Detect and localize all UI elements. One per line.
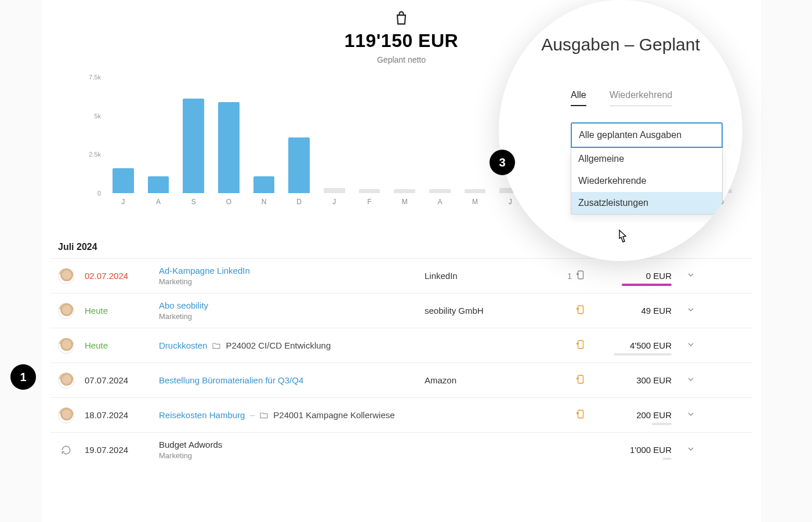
row-date: Heute [85,340,148,350]
expand-button[interactable] [682,270,699,282]
filter-option[interactable]: Wiederkehrende [571,170,722,192]
attachment-count: 1 [567,271,572,281]
expense-row[interactable]: HeuteDruckkostenP24002 CI/CD Entwicklung… [50,328,753,362]
row-title-cell: Budget AdwordsMarketing [159,440,414,460]
expense-list: 02.07.2024Ad-Kampagne LinkedInMarketingL… [50,258,753,467]
filter-popover: Ausgaben – Geplant Alle Wiederkehrend Al… [499,0,742,261]
row-title-cell: Bestellung Büromaterialien für Q3/Q4 [159,375,414,385]
project-name: P24001 Kampagne Kollerwiese [273,410,394,420]
expense-row[interactable]: HeuteAbo seobilityMarketingseobility Gmb… [50,293,753,328]
row-amount: 0 EUR [596,271,672,281]
chart-bar[interactable] [429,189,451,193]
document-icon [575,339,586,351]
expense-row[interactable]: 18.07.2024Reisekosten Hamburg–P24001 Kam… [50,397,753,432]
row-date: 18.07.2024 [85,410,148,420]
chart-bar[interactable] [113,168,134,193]
svg-rect-2 [578,340,583,349]
row-amount: 49 EUR [596,306,672,316]
attachment-indicator[interactable] [551,374,586,386]
expand-button[interactable] [682,444,699,456]
callout-badge-1: 1 [10,364,36,390]
y-axis-tick: 0 [72,190,101,197]
document-icon [575,270,586,282]
row-vendor: seobility GmbH [425,306,541,316]
document-icon [575,374,586,386]
x-axis-label: J [324,198,345,206]
row-title-cell: DruckkostenP24002 CI/CD Entwicklung [159,340,414,350]
tab-recurring[interactable]: Wiederkehrend [610,90,673,106]
document-icon [575,304,586,317]
row-amount: 200 EUR [596,410,672,420]
row-title-link[interactable]: Druckkosten [159,340,207,350]
svg-rect-1 [578,306,583,314]
chart-bar[interactable] [288,137,310,193]
folder-icon [212,341,221,350]
row-title-link[interactable]: Abo seobility [159,300,208,310]
x-axis-label: N [253,198,275,206]
chart-bar[interactable] [218,102,240,193]
tab-all[interactable]: Alle [571,90,586,106]
popover-tabs: Alle Wiederkehrend [563,84,731,106]
y-axis-tick: 5k [72,113,101,119]
filter-select[interactable]: Alle geplanten Ausgaben [571,122,723,148]
row-title-cell: Reisekosten Hamburg–P24001 Kampagne Koll… [159,410,414,420]
y-axis-tick: 7.5k [72,74,101,81]
row-vendor: Amazon [425,375,541,385]
chart-bar[interactable] [465,189,486,193]
expand-button[interactable] [682,409,699,421]
expand-button[interactable] [682,340,699,351]
avatar [58,407,74,423]
chart-bar[interactable] [183,99,204,193]
avatar [58,338,74,354]
popover-title: Ausgaben – Geplant [499,35,742,55]
chart-bar[interactable] [359,189,380,193]
chart-bar[interactable] [394,189,415,193]
x-axis-label: M [394,198,415,206]
svg-rect-4 [578,410,583,418]
project-name: P24002 CI/CD Entwicklung [226,340,331,350]
amount-sparkbar [614,353,672,356]
expense-row[interactable]: 07.07.2024Bestellung Büromaterialien für… [50,362,753,397]
amount-sparkbar [652,423,672,425]
expand-button[interactable] [682,305,699,317]
filter-dropdown: Allgemeine Wiederkehrende Zusatzleistung… [571,148,723,215]
svg-rect-0 [578,271,583,279]
expense-row[interactable]: 19.07.2024Budget AdwordsMarketing1'000 E… [50,432,753,467]
row-amount: 1'000 EUR [596,445,672,455]
row-amount: 4'500 EUR [596,340,672,350]
document-icon [575,409,586,421]
x-axis-label: F [359,198,380,206]
expense-row[interactable]: 02.07.2024Ad-Kampagne LinkedInMarketingL… [50,258,753,293]
chart-bar[interactable] [253,176,275,193]
filter-option[interactable]: Zusatzleistungen [571,192,722,214]
chart-bar[interactable] [148,176,169,193]
row-title-link[interactable]: Reisekosten Hamburg [159,410,245,420]
x-axis-label: M [465,198,486,206]
filter-option[interactable]: Allgemeine [571,148,722,170]
row-amount: 300 EUR [596,375,672,385]
x-axis-label: S [183,198,204,206]
avatar [58,372,74,389]
attachment-indicator[interactable] [551,409,586,421]
row-title-cell: Ad-Kampagne LinkedInMarketing [159,266,414,286]
attachment-indicator[interactable]: 1 [551,270,586,282]
expand-button[interactable] [682,375,699,386]
chart-bar[interactable] [324,188,345,193]
row-subtitle: Marketing [159,312,414,321]
row-title-link[interactable]: Bestellung Büromaterialien für Q3/Q4 [159,375,303,385]
x-axis-label: J [113,198,134,206]
amount-sparkbar [622,284,672,286]
row-subtitle: Marketing [159,277,414,286]
row-title: Budget Adwords [159,440,222,449]
x-axis-label: A [429,198,451,206]
attachment-indicator[interactable] [551,304,586,317]
folder-icon [259,411,269,420]
avatar [58,303,74,319]
x-axis-label: O [218,198,240,206]
svg-rect-3 [578,375,583,383]
row-subtitle: Marketing [159,451,414,460]
attachment-indicator[interactable] [551,339,586,351]
y-axis-tick: 2.5k [72,151,101,158]
row-date: 07.07.2024 [85,375,148,385]
row-title-link[interactable]: Ad-Kampagne LinkedIn [159,266,250,276]
